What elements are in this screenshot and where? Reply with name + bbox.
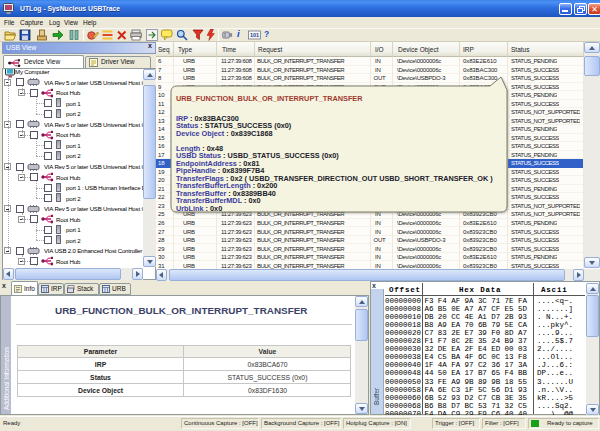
svg-text:101: 101 [249,32,258,38]
